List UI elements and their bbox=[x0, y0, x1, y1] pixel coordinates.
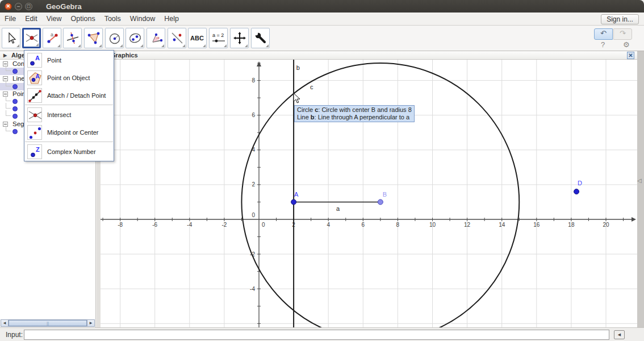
graphics-canvas[interactable]: -8-6-4-20246810121416182086420-2-4cbaABD… bbox=[101, 60, 637, 327]
x-axis-label: 10 bbox=[429, 222, 436, 228]
menu-options[interactable]: Options bbox=[66, 13, 100, 25]
tool-dropdown-arrow-icon[interactable] bbox=[99, 44, 102, 47]
segment-tool-button[interactable]: a bbox=[43, 28, 61, 48]
reflect-tool-button[interactable] bbox=[168, 28, 186, 48]
scroll-left-icon[interactable]: ◀ bbox=[1, 320, 9, 326]
graphics-scene[interactable]: -8-6-4-20246810121416182086420-2-4cbaABD bbox=[101, 60, 637, 327]
x-axis-label: 12 bbox=[464, 222, 471, 228]
point-on-object-icon: A bbox=[27, 70, 42, 85]
tooltip-line-line: Line b: Line through A perpendicular to … bbox=[297, 114, 412, 121]
minimize-window-icon[interactable]: – bbox=[15, 3, 22, 10]
menu-view[interactable]: View bbox=[42, 13, 66, 25]
x-axis-label: -2 bbox=[221, 222, 227, 228]
title-bar[interactable]: ✕ – □ GeoGebra bbox=[0, 0, 644, 13]
graphics-view-header[interactable]: Graphics ✕ bbox=[101, 51, 637, 60]
menu-item-point-on-object[interactable]: A Point on Object bbox=[24, 69, 114, 86]
tool-dropdown-arrow-icon[interactable] bbox=[203, 44, 206, 47]
complex-number-icon: Z bbox=[27, 144, 42, 159]
move-tool-button[interactable] bbox=[2, 28, 20, 48]
input-help-icon[interactable]: ◀ bbox=[614, 330, 625, 339]
text-tool-button[interactable]: ABC bbox=[188, 28, 207, 48]
tool-dropdown-arrow-icon[interactable] bbox=[182, 44, 185, 47]
collapse-triangle-icon[interactable]: ▶ bbox=[3, 53, 7, 58]
x-axis-label: 20 bbox=[603, 222, 609, 228]
tool-dropdown-arrow-icon[interactable] bbox=[140, 44, 143, 47]
polygon-tool-button[interactable] bbox=[84, 28, 103, 48]
slider-tool-icon: a = 2 bbox=[211, 31, 226, 45]
object-visibility-dot[interactable] bbox=[12, 99, 18, 104]
point-tool-button[interactable] bbox=[22, 28, 41, 48]
menu-item-intersect[interactable]: Intersect bbox=[24, 106, 114, 123]
tool-dropdown-arrow-icon[interactable] bbox=[78, 44, 81, 47]
menu-file[interactable]: File bbox=[0, 13, 20, 25]
x-axis-label: 0 bbox=[262, 222, 265, 228]
menu-item-point[interactable]: A Point bbox=[24, 51, 114, 69]
mouse-cursor-icon bbox=[293, 93, 301, 104]
midpoint-or-center-icon bbox=[27, 125, 42, 140]
circle-tool-button[interactable] bbox=[105, 28, 124, 48]
close-window-icon[interactable]: ✕ bbox=[5, 3, 12, 10]
menu-separator bbox=[25, 142, 113, 142]
tool-dropdown-arrow-icon[interactable] bbox=[57, 44, 60, 47]
svg-text:a = 2: a = 2 bbox=[212, 32, 224, 38]
algebra-horizontal-scrollbar[interactable]: ◀ ▶ bbox=[1, 319, 95, 327]
command-input[interactable] bbox=[24, 330, 609, 340]
point-A[interactable] bbox=[291, 199, 296, 205]
y-axis-label: 8 bbox=[252, 77, 255, 84]
reflect-tool-icon bbox=[170, 31, 184, 45]
x-axis-label: 14 bbox=[499, 222, 505, 228]
menu-tools[interactable]: Tools bbox=[100, 13, 126, 25]
x-axis-arrow-icon bbox=[632, 217, 636, 222]
move-graphics-tool-button[interactable] bbox=[230, 28, 249, 48]
point-D[interactable] bbox=[574, 189, 579, 194]
tool-dropdown-arrow-icon[interactable] bbox=[36, 43, 39, 46]
x-axis-label: -4 bbox=[187, 222, 192, 228]
close-graphics-icon[interactable]: ✕ bbox=[627, 52, 634, 59]
customize-tool-button[interactable] bbox=[251, 28, 270, 48]
object-tooltip: Circle c: Circle with center B and radiu… bbox=[294, 105, 415, 122]
menu-help[interactable]: Help bbox=[160, 13, 183, 25]
panel-collapse-arrow-icon[interactable]: ◁ bbox=[637, 177, 642, 184]
point-B-label: B bbox=[383, 191, 387, 198]
y-axis-label: 0 bbox=[252, 212, 255, 218]
scrollbar-thumb[interactable] bbox=[9, 320, 87, 326]
line-tool-button[interactable] bbox=[63, 28, 82, 48]
tool-dropdown-arrow-icon[interactable] bbox=[245, 44, 248, 47]
redo-button[interactable]: ↷ bbox=[613, 28, 632, 40]
svg-text:α: α bbox=[157, 35, 160, 40]
graphics-view: Graphics ✕ -8-6-4-2024681012141618208642… bbox=[101, 51, 637, 327]
menu-window[interactable]: Window bbox=[126, 13, 160, 25]
gear-icon[interactable]: ⚙ bbox=[623, 40, 630, 49]
tool-dropdown-arrow-icon[interactable] bbox=[161, 44, 164, 47]
svg-text:A: A bbox=[36, 73, 40, 79]
menu-item-midpoint[interactable]: Midpoint or Center bbox=[24, 123, 114, 141]
help-icon[interactable]: ? bbox=[601, 40, 605, 49]
attach-detach-point-icon bbox=[27, 88, 42, 103]
menu-edit[interactable]: Edit bbox=[20, 13, 42, 25]
graphics-view-title: Graphics bbox=[111, 52, 138, 59]
point-B[interactable] bbox=[378, 199, 383, 205]
angle-tool-button[interactable]: α bbox=[147, 28, 165, 48]
object-visibility-dot[interactable] bbox=[12, 106, 18, 111]
object-visibility-dot[interactable] bbox=[12, 69, 18, 74]
x-axis-label: 6 bbox=[362, 222, 365, 228]
menu-item-attach-detach[interactable]: Attach / Detach Point bbox=[24, 86, 114, 104]
circle-c[interactable] bbox=[241, 63, 519, 327]
menu-item-complex-number[interactable]: Z Complex Number bbox=[24, 143, 114, 160]
geogebra-window: ✕ – □ GeoGebra File Edit View Options To… bbox=[0, 0, 644, 341]
svg-text:ABC: ABC bbox=[190, 35, 204, 41]
scroll-right-icon[interactable]: ▶ bbox=[87, 320, 94, 326]
undo-button[interactable]: ↶ bbox=[594, 28, 613, 40]
sign-in-button[interactable]: Sign in... bbox=[601, 14, 639, 24]
tool-dropdown-arrow-icon[interactable] bbox=[120, 44, 123, 47]
tool-dropdown-arrow-icon[interactable] bbox=[266, 44, 269, 47]
tool-dropdown-arrow-icon[interactable] bbox=[16, 44, 19, 47]
tool-dropdown-arrow-icon[interactable] bbox=[224, 44, 227, 47]
object-visibility-dot[interactable] bbox=[12, 129, 18, 134]
slider-tool-button[interactable]: a = 2 bbox=[209, 28, 228, 48]
object-visibility-dot[interactable] bbox=[12, 84, 18, 89]
line-b-label: b bbox=[296, 64, 300, 71]
maximize-window-icon[interactable]: □ bbox=[25, 3, 32, 10]
object-visibility-dot[interactable] bbox=[12, 114, 18, 119]
conic-tool-button[interactable] bbox=[126, 28, 144, 48]
